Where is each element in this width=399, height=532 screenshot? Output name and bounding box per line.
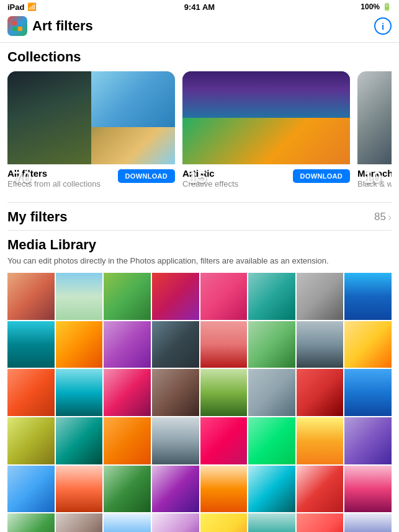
battery-icon: 🔋 bbox=[382, 2, 392, 11]
app-title: Art filters bbox=[32, 18, 93, 34]
photo-cell-7[interactable] bbox=[297, 273, 344, 320]
collection-card-monochrome[interactable]: 10 Monochrome Black & white f... bbox=[357, 71, 392, 192]
app-icon bbox=[7, 16, 27, 36]
photo-cell-40[interactable] bbox=[344, 466, 392, 513]
photo-cell-1[interactable] bbox=[7, 273, 55, 320]
photo-cell-35[interactable] bbox=[104, 466, 151, 513]
download-button-artistic[interactable]: DOWNLOAD bbox=[293, 169, 350, 183]
photo-grid bbox=[7, 273, 392, 532]
svg-rect-1 bbox=[18, 21, 22, 25]
photo-cell-3[interactable] bbox=[104, 273, 151, 320]
collection-img-artistic bbox=[182, 71, 350, 164]
photo-cell-20[interactable] bbox=[152, 369, 199, 416]
photo-cell-15[interactable] bbox=[297, 321, 344, 368]
photo-cell-43[interactable] bbox=[104, 513, 151, 532]
collections-scroll[interactable]: 70 All filters Effects from all collecti… bbox=[7, 71, 392, 195]
svg-rect-2 bbox=[12, 27, 17, 31]
chevron-right-icon: › bbox=[388, 211, 392, 224]
download-button-all-filters[interactable]: DOWNLOAD bbox=[118, 169, 175, 183]
collection-info-artistic: Artistic Creative effects DOWNLOAD bbox=[182, 164, 350, 192]
collection-card-artistic[interactable]: 15 Artistic Creative effects DOWNLOAD bbox=[182, 71, 350, 192]
svg-rect-3 bbox=[18, 27, 22, 31]
app-header: Art filters i bbox=[0, 14, 399, 43]
photo-cell-27[interactable] bbox=[104, 417, 151, 464]
status-left: iPad 📶 bbox=[7, 2, 37, 12]
photo-cell-26[interactable] bbox=[56, 417, 103, 464]
photo-cell-41[interactable] bbox=[7, 513, 55, 532]
photo-cell-2[interactable] bbox=[56, 273, 103, 320]
collections-section-title: Collections bbox=[7, 49, 392, 65]
photo-cell-10[interactable] bbox=[56, 321, 103, 368]
photo-cell-47[interactable] bbox=[297, 513, 344, 532]
photo-cell-13[interactable] bbox=[200, 321, 248, 368]
carrier-label: iPad bbox=[7, 2, 24, 12]
photo-cell-45[interactable] bbox=[200, 513, 248, 532]
media-library-description: You can edit photos directly in the Phot… bbox=[7, 255, 392, 267]
collection-count-monochrome: 10 bbox=[364, 168, 382, 187]
photo-cell-19[interactable] bbox=[104, 369, 151, 416]
photo-cell-31[interactable] bbox=[297, 417, 344, 464]
status-bar: iPad 📶 9:41 AM 100% 🔋 bbox=[0, 0, 399, 14]
status-time: 9:41 AM bbox=[184, 2, 215, 12]
collection-info-all-filters: All filters Effects from all collections… bbox=[7, 164, 175, 192]
photo-cell-28[interactable] bbox=[152, 417, 199, 464]
app-icon-svg bbox=[11, 20, 24, 32]
photo-cell-16[interactable] bbox=[344, 321, 392, 368]
photo-cell-5[interactable] bbox=[200, 273, 248, 320]
collection-img-all-filters bbox=[7, 71, 175, 164]
info-button[interactable]: i bbox=[374, 17, 392, 35]
photo-cell-39[interactable] bbox=[297, 466, 344, 513]
photo-cell-8[interactable] bbox=[344, 273, 392, 320]
collection-count-all-filters: 70 bbox=[14, 168, 32, 187]
photo-cell-34[interactable] bbox=[56, 466, 103, 513]
photo-cell-24[interactable] bbox=[344, 369, 392, 416]
photo-cell-18[interactable] bbox=[56, 369, 103, 416]
photo-cell-48[interactable] bbox=[344, 513, 392, 532]
photo-cell-32[interactable] bbox=[344, 417, 392, 464]
svg-rect-0 bbox=[12, 21, 17, 25]
status-right: 100% 🔋 bbox=[361, 2, 392, 11]
collection-count-artistic: 15 bbox=[189, 168, 207, 187]
photo-cell-6[interactable] bbox=[248, 273, 295, 320]
app-title-wrapper: Art filters bbox=[7, 16, 93, 36]
photo-cell-44[interactable] bbox=[152, 513, 199, 532]
wifi-icon: 📶 bbox=[27, 2, 37, 11]
photo-cell-37[interactable] bbox=[200, 466, 248, 513]
my-filters-row[interactable]: My filters 85 › bbox=[7, 202, 392, 231]
my-filters-title: My filters bbox=[7, 209, 68, 225]
collection-card-all-filters[interactable]: 70 All filters Effects from all collecti… bbox=[7, 71, 175, 192]
photo-cell-29[interactable] bbox=[200, 417, 248, 464]
media-library-title: Media Library bbox=[7, 237, 392, 253]
battery-label: 100% bbox=[361, 2, 380, 11]
photo-cell-17[interactable] bbox=[7, 369, 55, 416]
photo-cell-23[interactable] bbox=[297, 369, 344, 416]
photo-cell-30[interactable] bbox=[248, 417, 295, 464]
main-content: Collections 70 All filters Effects from … bbox=[0, 43, 399, 532]
photo-cell-12[interactable] bbox=[152, 321, 199, 368]
my-filters-count: 85 bbox=[374, 211, 386, 223]
photo-cell-36[interactable] bbox=[152, 466, 199, 513]
photo-cell-33[interactable] bbox=[7, 466, 55, 513]
my-filters-count-row: 85 › bbox=[374, 211, 392, 224]
photo-cell-46[interactable] bbox=[248, 513, 295, 532]
photo-cell-9[interactable] bbox=[7, 321, 55, 368]
photo-cell-4[interactable] bbox=[152, 273, 199, 320]
collection-img-monochrome bbox=[357, 71, 392, 164]
photo-cell-14[interactable] bbox=[248, 321, 295, 368]
photo-cell-38[interactable] bbox=[248, 466, 295, 513]
photo-cell-25[interactable] bbox=[7, 417, 55, 464]
photo-cell-11[interactable] bbox=[104, 321, 151, 368]
photo-cell-42[interactable] bbox=[56, 513, 103, 532]
photo-cell-21[interactable] bbox=[200, 369, 248, 416]
photo-cell-22[interactable] bbox=[248, 369, 295, 416]
